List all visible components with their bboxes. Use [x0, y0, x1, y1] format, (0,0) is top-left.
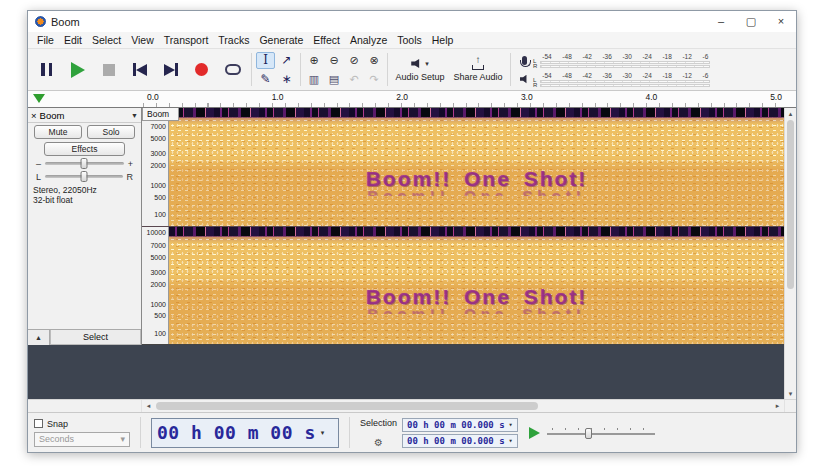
share-upload-icon: ↑ — [471, 57, 485, 70]
track-name-tag[interactable]: Boom — [142, 108, 179, 121]
selection-settings-icon[interactable]: ⚙ — [374, 437, 383, 448]
close-button[interactable]: × — [766, 11, 796, 32]
frequency-ruler: 1000070005000300020001000500100 — [142, 108, 169, 226]
track-close-button[interactable]: × — [31, 110, 37, 121]
pause-button[interactable] — [31, 54, 62, 85]
playback-meter-body: -54-48-42-36-30-24-18-12-6 — [540, 72, 710, 87]
zoom-out-button[interactable]: ⊖ — [329, 54, 338, 67]
recording-meter-body: -54-48-42-36-30-24-18-12-6 — [540, 53, 710, 68]
audacity-logo-icon — [35, 16, 46, 27]
scroll-up-icon[interactable]: ▴ — [785, 108, 796, 119]
selection-start-field[interactable]: 00 h 00 m 00.000 s ▾ — [402, 418, 518, 432]
track-name[interactable]: Boom — [40, 110, 129, 121]
play-button[interactable] — [62, 54, 93, 85]
snap-checkbox[interactable] — [34, 419, 43, 428]
maximize-button[interactable]: ▢ — [736, 11, 766, 32]
menu-item[interactable]: Analyze — [345, 34, 392, 46]
skip-end-icon — [164, 63, 178, 76]
skip-to-start-button[interactable] — [124, 54, 155, 85]
loop-button[interactable] — [217, 54, 248, 85]
selection-tool-button[interactable]: I — [256, 52, 275, 69]
track-format-info: Stereo, 22050Hz — [33, 185, 141, 195]
undo-button[interactable]: ↶ — [349, 73, 358, 86]
draw-tool-button[interactable]: ✎ — [256, 71, 275, 88]
horizontal-scrollbar-track[interactable] — [155, 400, 771, 412]
frequency-label: 3000 — [150, 269, 166, 276]
frequency-label: 5000 — [150, 135, 166, 142]
record-button[interactable] — [186, 54, 217, 85]
menu-item[interactable]: Generate — [254, 34, 308, 46]
minimize-button[interactable]: – — [706, 11, 736, 32]
track-menu-icon[interactable]: ▼ — [131, 112, 138, 119]
meter-scale-label: -54 — [542, 72, 551, 79]
horizontal-scrollbar[interactable]: ◂ ▸ — [28, 399, 796, 412]
menu-item[interactable]: Edit — [59, 34, 87, 46]
horizontal-scrollbar-thumb[interactable] — [156, 402, 538, 410]
recording-meter[interactable]: L R -54-48-42-36-30-24-18-12-6 — [519, 51, 710, 69]
snap-mode-select[interactable]: Seconds ▾ — [34, 432, 130, 447]
envelope-tool-button[interactable]: ↗ — [277, 52, 296, 69]
frequency-label: 100 — [154, 330, 166, 337]
audio-position-display[interactable]: 00 h 00 m 00 s ▾ — [151, 418, 339, 448]
selection-end-field[interactable]: 00 h 00 m 00.000 s ▾ — [402, 434, 518, 448]
vertical-scrollbar-thumb[interactable] — [787, 120, 794, 289]
menu-item[interactable]: Effect — [308, 34, 345, 46]
frequency-label: 1000 — [150, 301, 166, 308]
meter-scale-label: -24 — [642, 72, 651, 79]
trim-audio-button[interactable]: ▥ — [309, 73, 319, 86]
play-at-speed-icon[interactable] — [529, 427, 540, 439]
pause-icon — [39, 63, 54, 76]
effects-button[interactable]: Effects — [44, 142, 125, 156]
menu-item[interactable]: Help — [427, 34, 459, 46]
channel-right: 1000070005000300020001000500100 Boom!! O… — [142, 227, 784, 345]
menu-item[interactable]: Tracks — [213, 34, 254, 46]
chevron-down-icon[interactable]: ▾ — [509, 437, 513, 445]
playback-meter[interactable]: L R -54-48-42-36-30-24-18-12-6 — [519, 70, 710, 88]
frequency-label: 7000 — [150, 123, 166, 130]
zoom-selection-button[interactable]: ⊘ — [349, 54, 358, 67]
menu-item[interactable]: Tools — [392, 34, 427, 46]
scroll-down-icon[interactable]: ▾ — [785, 388, 796, 399]
menu-item[interactable]: View — [126, 34, 159, 46]
gain-slider[interactable] — [45, 162, 124, 165]
collapse-track-button[interactable]: ▲ — [28, 330, 50, 345]
play-at-speed-toolbar — [529, 426, 655, 440]
meter-scale: -54-48-42-36-30-24-18-12-6 — [540, 72, 710, 79]
stop-button[interactable] — [93, 54, 124, 85]
pan-slider[interactable] — [45, 175, 122, 178]
menu-item[interactable]: Transport — [159, 34, 214, 46]
zoom-toggle-button[interactable]: ⊗ — [369, 54, 378, 67]
menu-item[interactable]: Select — [87, 34, 126, 46]
solo-button[interactable]: Solo — [87, 125, 135, 139]
silence-audio-button[interactable]: ▤ — [329, 73, 339, 86]
skip-to-end-button[interactable] — [155, 54, 186, 85]
bottom-toolbar: Snap Seconds ▾ 00 h 00 m 00 s ▾ Selectio… — [28, 412, 796, 452]
toolbar: I ↗ ✎ ∗ ⊕ ⊖ ⊘ ⊗ ▥ ▤ ↶ ↷ ▾ Audio Setup — [28, 49, 796, 91]
scroll-right-icon[interactable]: ▸ — [771, 402, 784, 410]
chevron-down-icon[interactable]: ▾ — [509, 421, 513, 429]
select-track-button[interactable]: Select — [50, 330, 141, 345]
edit-toolbar: ⊕ ⊖ ⊘ ⊗ ▥ ▤ ↶ ↷ — [304, 51, 384, 89]
gain-slider-thumb[interactable] — [81, 158, 88, 169]
multi-tool-button[interactable]: ∗ — [277, 71, 296, 88]
vertical-scrollbar[interactable]: ▴ ▾ — [784, 108, 796, 399]
spectrogram-right[interactable]: Boom!! One Shot! Boom!! One Shot! — [169, 227, 784, 345]
zoom-in-button[interactable]: ⊕ — [309, 54, 318, 67]
record-icon — [195, 63, 208, 76]
menu-item[interactable]: File — [32, 34, 59, 46]
redo-button[interactable]: ↷ — [369, 73, 378, 86]
chevron-down-icon[interactable]: ▾ — [321, 429, 325, 437]
mute-button[interactable]: Mute — [34, 125, 82, 139]
playback-speed-thumb[interactable] — [585, 428, 592, 439]
share-audio-button[interactable]: ↑ Share Audio — [449, 52, 507, 88]
pan-slider-thumb[interactable] — [80, 171, 87, 182]
playback-speed-slider[interactable] — [547, 426, 655, 440]
meter-scale-label: -42 — [582, 53, 591, 60]
scroll-left-icon[interactable]: ◂ — [142, 402, 155, 410]
spectrogram-left[interactable]: Boom!! One Shot! Boom!! One Shot! — [169, 108, 784, 226]
timeline-ruler[interactable]: 0.01.02.03.04.05.0 — [28, 91, 796, 108]
audio-setup-button[interactable]: ▾ Audio Setup — [391, 52, 449, 88]
title-bar: Boom – ▢ × — [28, 11, 796, 32]
playhead-icon[interactable] — [33, 94, 45, 103]
frequency-label: 1000 — [150, 182, 166, 189]
